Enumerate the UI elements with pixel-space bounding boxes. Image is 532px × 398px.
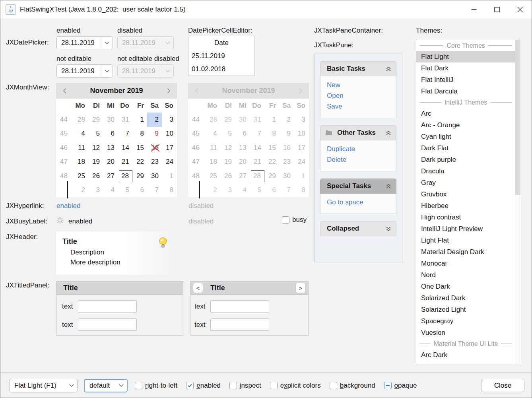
- day-cell[interactable]: 15: [132, 141, 147, 155]
- collapse-icon[interactable]: [386, 184, 391, 189]
- taskpane-link-duplicate[interactable]: Duplicate: [327, 146, 390, 153]
- theme-item-flat-dark[interactable]: Flat Dark: [416, 62, 515, 74]
- collapse-icon[interactable]: [386, 130, 391, 136]
- theme-item-gray[interactable]: Gray: [416, 177, 515, 188]
- day-cell[interactable]: 28: [74, 113, 88, 126]
- day-cell[interactable]: 19: [88, 155, 103, 169]
- day-cell[interactable]: 29: [88, 113, 103, 126]
- day-cell[interactable]: 17: [162, 141, 177, 155]
- day-cell[interactable]: 26: [88, 169, 103, 183]
- day-cell[interactable]: 11: [74, 141, 88, 155]
- theme-item-light-flat[interactable]: Light Flat: [416, 235, 515, 246]
- theme-item-one-dark[interactable]: One Dark: [416, 281, 515, 292]
- theme-item-solarized-light[interactable]: Solarized Light: [416, 304, 515, 315]
- day-cell[interactable]: 20: [103, 155, 118, 169]
- taskpane-link-save[interactable]: Save: [327, 103, 390, 110]
- day-cell[interactable]: 6: [132, 183, 147, 197]
- text-input[interactable]: [210, 318, 269, 331]
- checkbox-inspect[interactable]: inspect: [229, 382, 261, 390]
- taskpane-header-collapsed[interactable]: Collapsed: [320, 221, 396, 236]
- taskpane-header-basic-tasks[interactable]: Basic Tasks: [320, 61, 396, 76]
- theme-item-solarized-dark[interactable]: Solarized Dark: [416, 292, 515, 304]
- datepicker-enabled[interactable]: 28.11.2019: [56, 36, 113, 49]
- day-cell[interactable]: 12: [88, 141, 103, 155]
- expand-icon[interactable]: [386, 226, 391, 231]
- theme-item-arc-orange[interactable]: Arc - Orange: [416, 119, 515, 131]
- checkbox-box[interactable]: [282, 216, 289, 224]
- theme-item-dark-flat[interactable]: Dark Flat: [416, 142, 515, 154]
- day-cell[interactable]: 10: [162, 127, 177, 141]
- day-cell[interactable]: 8: [162, 183, 177, 197]
- day-cell[interactable]: 28: [118, 169, 132, 183]
- day-cell[interactable]: 7: [118, 127, 132, 141]
- next-month-button[interactable]: [160, 83, 177, 99]
- day-cell[interactable]: 2: [147, 113, 162, 126]
- day-cell[interactable]: 25: [74, 169, 88, 183]
- theme-item-arc-dark-contrast[interactable]: Arc Dark Contrast: [416, 361, 515, 364]
- table-row[interactable]: 25.11.2019: [188, 49, 254, 62]
- theme-item-monocai[interactable]: Monocai: [416, 258, 515, 269]
- title-bar[interactable]: FlatSwingXTest (Java 1.8.0_202; user sca…: [0, 0, 532, 18]
- close-button[interactable]: Close: [481, 379, 524, 392]
- theme-item-cyan-light[interactable]: Cyan light: [416, 131, 515, 142]
- day-cell[interactable]: 30: [147, 169, 162, 183]
- theme-item-flat-darcula[interactable]: Flat Darcula: [416, 85, 515, 97]
- checkbox-busy[interactable]: busy: [282, 216, 307, 224]
- prev-button[interactable]: <: [193, 283, 203, 293]
- text-input[interactable]: [78, 300, 137, 313]
- close-window-button[interactable]: [509, 0, 532, 18]
- monthview-enabled[interactable]: November 2019MoDiMiDoFrSaSo4428293031123…: [56, 83, 177, 197]
- day-cell[interactable]: 5: [118, 183, 132, 197]
- day-cell[interactable]: 14: [118, 141, 132, 155]
- theme-item-flat-intellij[interactable]: Flat IntelliJ: [416, 74, 515, 85]
- checkbox-opaque[interactable]: opaque: [384, 382, 417, 390]
- day-cell[interactable]: 1: [132, 113, 147, 126]
- scrollbar-thumb[interactable]: [515, 40, 520, 195]
- text-input[interactable]: [78, 318, 137, 331]
- checkbox-box[interactable]: [384, 382, 392, 389]
- theme-item-gruvbox[interactable]: Gruvbox: [416, 188, 515, 200]
- taskpane-link-go-to-space[interactable]: Go to space: [327, 199, 390, 206]
- theme-item-high-contrast[interactable]: High contrast: [416, 212, 515, 223]
- checkbox-box[interactable]: [135, 382, 142, 389]
- day-cell[interactable]: 27: [103, 169, 118, 183]
- day-cell[interactable]: 24: [162, 155, 177, 169]
- prev-month-button[interactable]: [56, 83, 73, 99]
- day-cell[interactable]: 22: [132, 155, 147, 169]
- celleditor-table[interactable]: Date 25.11.201901.02.2018: [188, 36, 255, 76]
- day-cell[interactable]: 29: [132, 169, 147, 183]
- text-input[interactable]: [210, 300, 269, 313]
- day-cell[interactable]: 13: [103, 141, 118, 155]
- theme-item-arc-dark[interactable]: Arc Dark: [416, 349, 515, 361]
- theme-item-dark-purple[interactable]: Dark purple: [416, 154, 515, 165]
- day-cell[interactable]: 23: [147, 155, 162, 169]
- next-button[interactable]: >: [295, 283, 306, 293]
- checkbox-explicit-colors[interactable]: explicit colors: [270, 382, 321, 390]
- day-cell[interactable]: 8: [132, 127, 147, 141]
- theme-item-material-design-dark[interactable]: Material Design Dark: [416, 246, 515, 258]
- day-cell[interactable]: 4: [103, 183, 118, 197]
- datepicker-not-editable[interactable]: 28.11.2019: [56, 64, 113, 78]
- day-cell[interactable]: 4: [74, 127, 88, 141]
- taskpane-header-other-tasks[interactable]: Other Tasks: [320, 125, 396, 140]
- theme-item-hiberbee[interactable]: Hiberbee: [416, 200, 515, 212]
- font-size-combo[interactable]: default: [84, 379, 128, 392]
- day-cell[interactable]: 5: [88, 127, 103, 141]
- hyperlink-enabled[interactable]: enabled: [56, 202, 81, 210]
- day-cell[interactable]: 3: [162, 113, 177, 126]
- day-cell[interactable]: 6: [103, 127, 118, 141]
- minimize-button[interactable]: [462, 0, 485, 18]
- scrollbar-track[interactable]: [515, 39, 521, 364]
- theme-combo[interactable]: Flat Light (F1): [9, 379, 78, 392]
- day-cell[interactable]: 7: [147, 183, 162, 197]
- checkbox-background[interactable]: background: [330, 382, 375, 390]
- checkbox-enabled[interactable]: enabled: [186, 382, 221, 390]
- day-cell[interactable]: 30: [103, 113, 118, 126]
- theme-item-flat-light[interactable]: Flat Light: [416, 51, 515, 62]
- theme-item-vuesion[interactable]: Vuesion: [416, 327, 515, 338]
- day-cell[interactable]: 2: [74, 183, 88, 197]
- table-row[interactable]: 01.02.2018: [188, 62, 254, 76]
- checkbox-right-to-left[interactable]: right-to-left: [135, 382, 177, 390]
- day-cell[interactable]: 21: [118, 155, 132, 169]
- taskpane-link-delete[interactable]: Delete: [327, 156, 390, 163]
